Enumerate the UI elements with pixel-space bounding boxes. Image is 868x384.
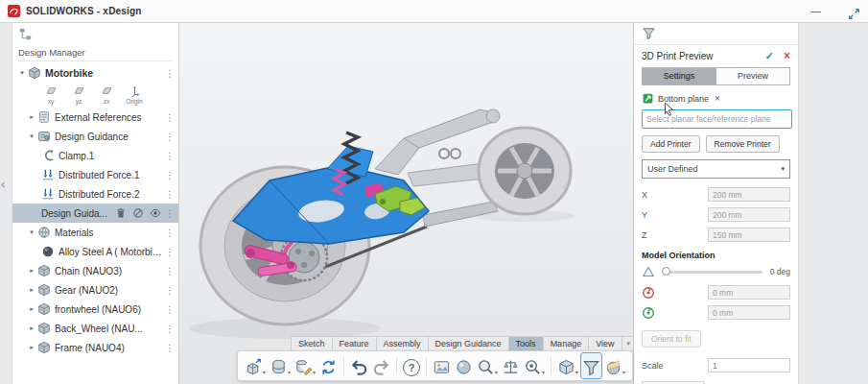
expand-window-icon[interactable] [848, 8, 860, 20]
tree-item-gear[interactable]: ▸ Gear (NAUO2) ⋮ [12, 280, 178, 300]
shaded-view-button[interactable] [454, 353, 474, 378]
capture-image-button[interactable] [432, 353, 452, 378]
kebab-menu-icon[interactable]: ⋮ [164, 228, 176, 238]
kebab-menu-icon[interactable]: ⋮ [164, 285, 176, 296]
tree-item-motorbike[interactable]: ▾ Motorbike ⋮ [12, 63, 178, 83]
tree-item-alloy-steel[interactable]: Alloy Steel A ( Motorbike ) ⋮ [12, 242, 178, 261]
save-data-button[interactable]: ▾ [293, 353, 317, 378]
chevron-down-icon[interactable]: ▾ [16, 69, 28, 77]
tree-item-clamp-1[interactable]: Clamp.1 ⋮ [12, 146, 178, 165]
kebab-menu-icon[interactable]: ⋮ [164, 247, 176, 257]
sync-icon [319, 358, 338, 376]
scale-label: Scale [642, 361, 664, 371]
ref-origin[interactable]: Origin [125, 84, 144, 105]
image-icon [433, 358, 451, 376]
tree-item-distributed-force-2[interactable]: Distributed Force.2 ⋮ [12, 184, 178, 204]
chevron-right-icon[interactable]: ▸ [26, 267, 37, 275]
dropdown-caret-icon[interactable]: ▾ [313, 369, 316, 376]
close-icon[interactable]: × [784, 49, 790, 62]
tree-item-materials[interactable]: ▾ Materials ⋮ [12, 223, 178, 242]
kebab-menu-icon[interactable]: ⋮ [164, 112, 176, 123]
data-manager-button[interactable]: ▾ [269, 353, 292, 378]
kebab-menu-icon[interactable]: ⋮ [164, 132, 176, 142]
tab-sketch[interactable]: Sketch [292, 337, 333, 350]
kebab-menu-icon[interactable]: ⋮ [164, 304, 176, 315]
dimension-row-z: Z 150 mm [642, 228, 790, 242]
tree-item-frontwheel[interactable]: ▸ frontwheel (NAUO6) ⋮ [12, 300, 178, 319]
dropdown-caret-icon[interactable]: ▾ [542, 369, 545, 376]
kebab-menu-icon[interactable]: ⋮ [164, 151, 176, 161]
chevron-right-icon[interactable]: ▸ [26, 286, 37, 294]
add-printer-button[interactable]: Add Printer [642, 135, 700, 153]
chevron-right-icon[interactable]: ▸ [26, 324, 37, 332]
zoom-fit-button[interactable]: ▾ [476, 353, 499, 378]
section-view-button[interactable]: ▾ [603, 353, 626, 378]
kebab-menu-icon[interactable]: ⋮ [164, 189, 176, 200]
tab-manage[interactable]: Manage [544, 337, 590, 350]
dropdown-caret-icon[interactable]: ▾ [622, 369, 625, 376]
tree-item-chain[interactable]: ▸ Chain (NAUO3) ⋮ [12, 261, 178, 280]
viewport-3d-model[interactable] [177, 23, 633, 384]
kebab-menu-icon[interactable]: ⋮ [164, 68, 176, 79]
confirm-icon[interactable]: ✓ [765, 50, 774, 62]
tree-item-back-wheel[interactable]: ▸ Back_Wheel (NAU... ⋮ [12, 319, 178, 338]
kebab-menu-icon[interactable]: ⋮ [164, 170, 176, 180]
tree-item-design-guidance[interactable]: ▾ Design Guidance ⋮ [12, 127, 178, 146]
chevron-down-icon[interactable]: ▾ [26, 132, 37, 140]
tree-item-frame[interactable]: ▸ Frame (NAUO4) ⋮ [12, 338, 178, 357]
chevron-right-icon[interactable]: ▸ [26, 113, 37, 121]
offset-b-field: 0 mm [708, 305, 790, 320]
dropdown-caret-icon[interactable]: ▾ [288, 369, 291, 376]
dropdown-caret-icon[interactable]: ▾ [575, 369, 578, 376]
ref-plane-xy[interactable]: xy [41, 84, 60, 105]
tab-tools[interactable]: Tools [509, 337, 544, 350]
ribbon-collapse-icon[interactable]: ▾ [622, 340, 633, 348]
slider-thumb[interactable] [662, 267, 670, 276]
scale-field: 1 [708, 358, 790, 372]
tab-design-guidance[interactable]: Design Guidance [429, 337, 509, 350]
ref-plane-yz[interactable]: yz [69, 84, 88, 105]
help-button[interactable]: ? [402, 353, 421, 378]
tree-item-external-references[interactable]: ▸ External References ⋮ [12, 108, 178, 127]
print-preview-button[interactable] [581, 353, 601, 378]
tree-item-design-guidance-result[interactable]: Design Guida... ⋮ [12, 204, 178, 223]
undo-button[interactable] [349, 353, 369, 378]
dimension-row-x: X 200 mm [642, 187, 790, 202]
kebab-menu-icon[interactable]: ⋮ [164, 266, 176, 276]
tab-feature[interactable]: Feature [333, 337, 377, 350]
kebab-menu-icon[interactable]: ⋮ [164, 324, 176, 334]
dismiss-icon[interactable] [132, 207, 144, 219]
trash-icon[interactable] [115, 207, 127, 219]
view-cube-button[interactable]: ▾ [556, 353, 579, 378]
dropdown-caret-icon[interactable]: ▾ [263, 369, 266, 376]
export-3d-button[interactable]: ▾ [244, 353, 267, 378]
tab-assembly[interactable]: Assembly [377, 337, 429, 350]
measure-button[interactable] [501, 353, 521, 378]
tab-view[interactable]: View [589, 337, 622, 350]
rotation-slider[interactable] [663, 271, 762, 274]
dropdown-caret-icon[interactable]: ▾ [495, 369, 498, 376]
remove-printer-button[interactable]: Remove Printer [706, 135, 780, 153]
kebab-menu-icon[interactable]: ⋮ [164, 343, 176, 353]
tab-preview[interactable]: Preview [716, 67, 790, 85]
collapse-left-panel-icon[interactable]: ‹ [1, 177, 5, 191]
kebab-menu-icon[interactable]: ⋮ [164, 208, 176, 219]
chevron-right-icon[interactable]: ▸ [26, 305, 37, 313]
tab-settings[interactable]: Settings [642, 67, 716, 85]
redo-button[interactable] [371, 353, 391, 378]
chip-close-icon[interactable]: × [715, 94, 720, 104]
ref-plane-zx[interactable]: zx [97, 84, 116, 105]
eye-icon[interactable] [150, 207, 161, 219]
tree-item-distributed-force-1[interactable]: Distributed Force.1 ⋮ [12, 165, 178, 184]
viewport-3d[interactable]: Sketch Feature Assembly Design Guidance … [177, 23, 633, 384]
sync-button[interactable] [318, 353, 339, 378]
origin-axes-icon [129, 84, 141, 97]
bottom-toolbar: ▾ ▾ ▾ ? ▾ ▾ ▾ ▾ [237, 350, 633, 381]
chevron-down-icon[interactable]: ▾ [26, 228, 37, 236]
panel-title: 3D Print Preview [642, 51, 713, 61]
minimize-button[interactable]: — [810, 6, 821, 16]
search-settings-button[interactable]: ▾ [523, 353, 546, 378]
part-cube-icon [37, 341, 51, 354]
chevron-right-icon[interactable]: ▸ [26, 344, 37, 351]
printer-preset-select[interactable]: User Defined ▾ [642, 159, 790, 179]
